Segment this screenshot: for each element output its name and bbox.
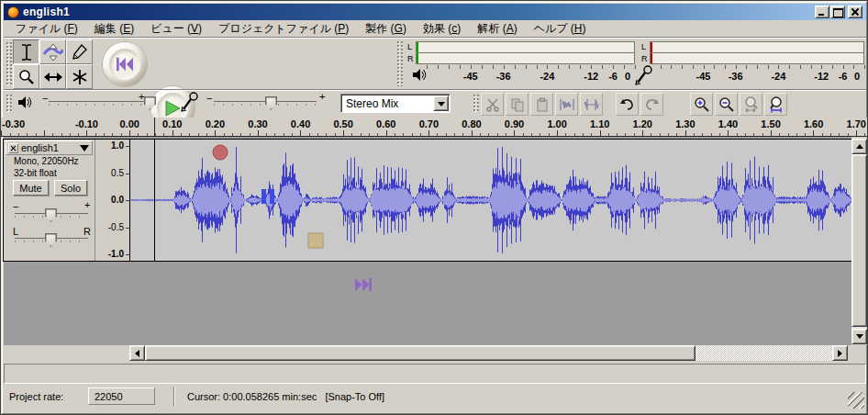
pan-right: R bbox=[83, 227, 91, 236]
app-icon bbox=[7, 6, 19, 18]
toolbar-grip[interactable] bbox=[6, 41, 12, 86]
ruler-tick bbox=[266, 133, 267, 136]
output-meter-right-bar[interactable] bbox=[416, 52, 635, 64]
meter-scale-tick bbox=[613, 65, 614, 69]
fit-project-button[interactable] bbox=[764, 93, 787, 116]
vscroll-up-button[interactable] bbox=[851, 139, 867, 154]
meter-scale-tick bbox=[853, 65, 854, 69]
meter-scale-tick bbox=[671, 65, 672, 69]
envelope-tool-button[interactable] bbox=[39, 39, 66, 64]
project-rate-label: Project rate: bbox=[9, 391, 63, 402]
meter-scale-tick bbox=[493, 65, 494, 69]
menu-help[interactable]: ヘルプ (H) bbox=[526, 20, 595, 38]
ruler-tick bbox=[694, 133, 695, 136]
title-bar[interactable]: english1 bbox=[4, 4, 866, 20]
ruler-tick bbox=[361, 133, 362, 136]
ruler-tick bbox=[274, 133, 275, 136]
output-meter-left-label: L bbox=[407, 41, 412, 52]
input-source-select[interactable]: Stereo Mix bbox=[340, 94, 451, 113]
silence-selection-button[interactable] bbox=[580, 93, 603, 116]
meter-zero-line bbox=[651, 53, 652, 63]
track-title-bar[interactable]: english1 bbox=[6, 140, 93, 155]
menu-effect[interactable]: 効果 (c) bbox=[415, 20, 469, 38]
hscroll-thumb[interactable] bbox=[145, 345, 696, 361]
pause-icon bbox=[260, 188, 276, 205]
mixer-toolbar-grip[interactable] bbox=[6, 94, 12, 113]
multi-tool-button[interactable] bbox=[66, 64, 93, 89]
maximize-button[interactable] bbox=[830, 6, 845, 18]
hscroll-right-button[interactable] bbox=[832, 345, 848, 361]
solo-button[interactable]: Solo bbox=[54, 180, 87, 196]
input-meter-right-bar[interactable] bbox=[650, 52, 864, 64]
paste-button[interactable] bbox=[530, 93, 553, 116]
output-volume-icon bbox=[17, 95, 32, 113]
ruler-tick bbox=[78, 133, 79, 136]
zoom-out-icon bbox=[718, 96, 734, 112]
menu-generate[interactable]: 製作 (G) bbox=[357, 20, 415, 38]
fit-selection-button[interactable] bbox=[740, 93, 762, 116]
hscroll-left-button[interactable] bbox=[129, 345, 145, 361]
meter-scale-tick bbox=[768, 65, 769, 69]
ruler-tick bbox=[617, 133, 618, 136]
minimize-button[interactable] bbox=[815, 6, 829, 18]
meter-scale-tick bbox=[558, 65, 559, 69]
vruler-label: 0.0 bbox=[111, 195, 124, 205]
meter-scale-tick bbox=[661, 65, 662, 69]
meter-scale-label: -36 bbox=[496, 71, 511, 82]
menu-edit[interactable]: 編集 (E) bbox=[86, 20, 142, 38]
undo-button[interactable] bbox=[616, 93, 639, 116]
ruler-tick bbox=[737, 133, 738, 136]
gain-thumb[interactable] bbox=[45, 208, 57, 222]
redo-button[interactable] bbox=[640, 93, 663, 116]
track-close-icon[interactable] bbox=[8, 143, 18, 153]
combo-dropdown-button[interactable] bbox=[433, 95, 449, 111]
ruler-tick bbox=[403, 133, 404, 136]
zoom-tool-button[interactable] bbox=[13, 64, 39, 89]
menu-label: ファイル ( bbox=[16, 22, 67, 35]
ruler-tick bbox=[685, 130, 686, 136]
selection-tool-button[interactable] bbox=[13, 39, 39, 64]
trim-outside-button[interactable] bbox=[555, 93, 578, 116]
ruler-label: 1.50 bbox=[761, 118, 780, 129]
menu-view[interactable]: ビュー (V) bbox=[142, 20, 210, 38]
ruler-tick bbox=[215, 130, 216, 136]
ruler-tick bbox=[138, 133, 139, 136]
skip-to-start-button[interactable] bbox=[103, 42, 147, 86]
input-volume-thumb[interactable] bbox=[265, 96, 277, 110]
ruler-tick bbox=[18, 133, 19, 136]
input-meter-left-label: L bbox=[641, 41, 646, 52]
zoom-out-button[interactable] bbox=[715, 93, 738, 116]
vscroll-down-button[interactable] bbox=[851, 329, 867, 344]
ruler-tick bbox=[377, 133, 378, 136]
timeshift-tool-button[interactable] bbox=[39, 64, 66, 89]
waveform-canvas[interactable] bbox=[130, 140, 851, 261]
resize-grip[interactable] bbox=[848, 392, 864, 409]
meter-scale-tick bbox=[693, 65, 694, 69]
cut-button[interactable] bbox=[481, 93, 504, 116]
meter-scale-label: 0 bbox=[625, 71, 630, 82]
draw-tool-button[interactable] bbox=[66, 39, 93, 64]
output-volume-slider[interactable] bbox=[49, 101, 151, 106]
ruler-tick bbox=[70, 133, 71, 136]
ruler-tick bbox=[189, 133, 190, 136]
vscroll-thumb[interactable] bbox=[851, 154, 867, 327]
zoom-in-button[interactable] bbox=[690, 93, 713, 116]
ruler-label: -0.10 bbox=[75, 118, 98, 129]
menu-project[interactable]: プロジェクトファイル (P) bbox=[210, 20, 357, 38]
ruler-tick bbox=[317, 133, 318, 136]
copy-button[interactable] bbox=[506, 93, 529, 116]
ruler-tick bbox=[839, 133, 840, 136]
track-menu-arrow-icon[interactable] bbox=[80, 145, 89, 151]
ruler-tick bbox=[651, 133, 651, 136]
cursor-marker bbox=[154, 118, 155, 136]
close-button[interactable] bbox=[848, 6, 862, 18]
menu-file[interactable]: ファイル (F) bbox=[7, 20, 86, 38]
edit-toolbar-grip[interactable] bbox=[473, 94, 479, 113]
meter-toolbar-grip[interactable] bbox=[396, 40, 403, 86]
project-rate-value[interactable]: 22050 bbox=[88, 387, 155, 405]
menu-analyze[interactable]: 解析 (A) bbox=[469, 20, 525, 38]
ruler-tick bbox=[258, 130, 259, 136]
timeline-ruler[interactable]: -0.30-0.100.000.100.200.300.400.500.600.… bbox=[1, 118, 868, 137]
pan-thumb[interactable] bbox=[45, 233, 57, 247]
mute-button[interactable]: Mute bbox=[13, 180, 49, 196]
